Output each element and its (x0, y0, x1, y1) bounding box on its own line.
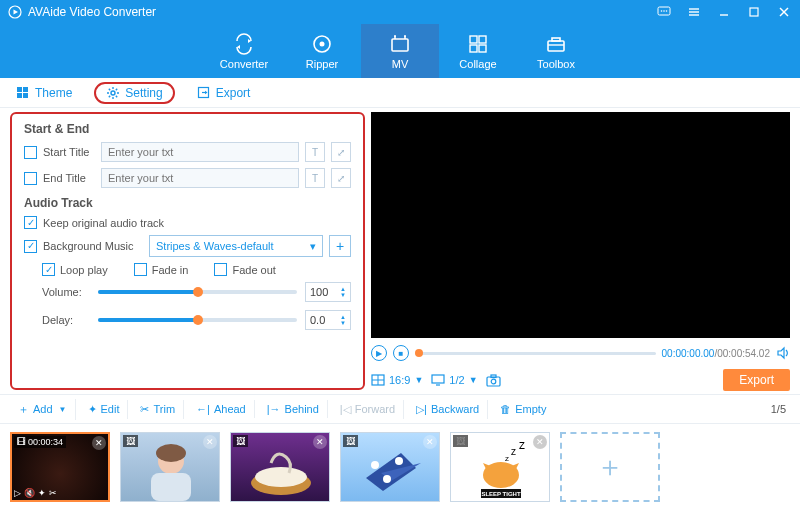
settings-panel: Start & End Start Title T ⤢ End Title T … (10, 112, 365, 390)
stop-button[interactable]: ■ (393, 345, 409, 361)
thumbnail-2[interactable]: 🖼 ✕ (120, 432, 220, 502)
thumbnail-4[interactable]: 🖼 ✕ (340, 432, 440, 502)
sub-tabs: Theme Setting Export (0, 78, 800, 108)
display-value: 1/2 (449, 374, 464, 386)
thumbnail-3[interactable]: 🖼 ✕ (230, 432, 330, 502)
play-button[interactable]: ▶ (371, 345, 387, 361)
bg-music-select[interactable]: Stripes & Waves-default ▾ (149, 235, 323, 257)
delay-slider[interactable] (98, 318, 297, 322)
fade-out-checkbox[interactable] (214, 263, 227, 276)
empty-button[interactable]: 🗑Empty (492, 400, 554, 418)
tab-export-label: Export (216, 86, 251, 100)
delay-value-input[interactable]: 0.0 ▲▼ (305, 310, 351, 330)
chevron-down-icon: ▼ (469, 375, 478, 385)
behind-button[interactable]: |→Behind (259, 400, 328, 418)
chevron-down-icon: ▾ (310, 240, 316, 253)
end-title-input[interactable] (101, 168, 299, 188)
volume-value-input[interactable]: 100 ▲▼ (305, 282, 351, 302)
start-title-label: Start Title (43, 146, 95, 158)
svg-point-55 (156, 444, 186, 462)
svg-line-39 (116, 95, 117, 96)
end-title-checkbox[interactable] (24, 172, 37, 185)
tab-setting-label: Setting (125, 86, 162, 100)
nav-toolbox[interactable]: Toolbox (517, 24, 595, 78)
add-thumbnail-button[interactable]: ＋ (560, 432, 660, 502)
volume-icon[interactable] (776, 346, 790, 360)
start-title-text-style-button[interactable]: T (305, 142, 325, 162)
svg-marker-44 (778, 348, 784, 358)
start-title-input[interactable] (101, 142, 299, 162)
wand-icon[interactable]: ✦ (38, 488, 46, 498)
page-count: 1/5 (771, 403, 790, 415)
behind-icon: |→ (267, 403, 281, 415)
ahead-button[interactable]: ←|Ahead (188, 400, 255, 418)
scissors-icon[interactable]: ✂ (49, 488, 57, 498)
nav-mv[interactable]: MV (361, 24, 439, 78)
play-icon[interactable]: ▷ (14, 488, 21, 498)
volume-slider[interactable] (98, 290, 297, 294)
nav-toolbox-label: Toolbox (537, 58, 575, 70)
tab-export[interactable]: Export (193, 84, 255, 102)
audio-track-heading: Audio Track (24, 196, 351, 210)
feedback-icon[interactable] (656, 4, 672, 20)
forward-button: |◁Forward (332, 400, 404, 419)
svg-rect-48 (432, 375, 444, 383)
snapshot-button[interactable] (486, 374, 501, 387)
thumbnail-duration-badge: 🎞00:00:34 (14, 436, 66, 448)
bg-music-checkbox[interactable] (24, 240, 37, 253)
spin-down-icon[interactable]: ▼ (340, 292, 346, 298)
svg-text:z: z (511, 446, 516, 457)
svg-rect-22 (470, 36, 477, 43)
preview-panel: ▶ ■ 00:00:00.00/00:00:54.02 16:9 ▼ 1/2 ▼… (371, 108, 800, 394)
svg-point-62 (383, 475, 391, 483)
fade-in-checkbox[interactable] (134, 263, 147, 276)
mute-icon[interactable]: 🔇 (24, 488, 35, 498)
volume-value: 100 (310, 286, 328, 298)
bg-music-add-button[interactable]: + (329, 235, 351, 257)
minimize-icon[interactable] (716, 4, 732, 20)
trim-button[interactable]: ✂Trim (132, 400, 184, 419)
thumbnail-1[interactable]: 🎞00:00:34 ✕ ▷ 🔇 ✦ ✂ (10, 432, 110, 502)
thumbnail-5[interactable]: 🖼 ✕ zzzSLEEP TIGHT (450, 432, 550, 502)
start-title-expand-button[interactable]: ⤢ (331, 142, 351, 162)
end-title-expand-button[interactable]: ⤢ (331, 168, 351, 188)
thumbnail-close-button[interactable]: ✕ (92, 436, 106, 450)
loop-checkbox[interactable] (42, 263, 55, 276)
svg-rect-31 (17, 93, 22, 98)
film-icon: 🎞 (17, 437, 26, 447)
forward-label: Forward (355, 403, 395, 415)
aspect-ratio-select[interactable]: 16:9 ▼ (371, 374, 423, 386)
loop-label: Loop play (60, 264, 108, 276)
svg-rect-10 (750, 8, 758, 16)
spin-down-icon[interactable]: ▼ (340, 320, 346, 326)
nav-ripper[interactable]: Ripper (283, 24, 361, 78)
edit-button[interactable]: ✦Edit (80, 400, 129, 419)
seek-bar[interactable] (415, 352, 656, 355)
svg-text:SLEEP TIGHT: SLEEP TIGHT (481, 491, 521, 497)
behind-label: Behind (285, 403, 319, 415)
title-bar: AVAide Video Converter (0, 0, 800, 24)
wand-icon: ✦ (88, 403, 97, 416)
nav-collage[interactable]: Collage (439, 24, 517, 78)
svg-point-5 (666, 10, 668, 12)
maximize-icon[interactable] (746, 4, 762, 20)
backward-button[interactable]: ▷|Backward (408, 400, 488, 419)
nav-converter[interactable]: Converter (205, 24, 283, 78)
tab-setting[interactable]: Setting (94, 82, 174, 104)
svg-marker-43 (205, 91, 208, 94)
current-time: 00:00:00.00 (662, 348, 715, 359)
svg-point-3 (661, 10, 663, 12)
edit-label: Edit (101, 403, 120, 415)
svg-rect-54 (151, 473, 191, 501)
start-title-checkbox[interactable] (24, 146, 37, 159)
svg-point-61 (395, 457, 403, 465)
menu-icon[interactable] (686, 4, 702, 20)
export-button[interactable]: Export (723, 369, 790, 391)
end-title-text-style-button[interactable]: T (305, 168, 325, 188)
keep-original-checkbox[interactable] (24, 216, 37, 229)
display-scale-select[interactable]: 1/2 ▼ (431, 374, 477, 386)
svg-rect-17 (392, 39, 408, 51)
close-icon[interactable] (776, 4, 792, 20)
tab-theme[interactable]: Theme (12, 84, 76, 102)
add-button[interactable]: ＋Add▼ (10, 399, 76, 420)
